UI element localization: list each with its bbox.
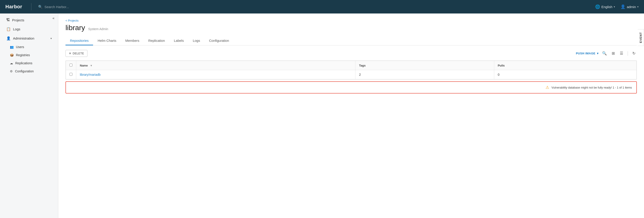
tab-replication[interactable]: Replication: [144, 36, 169, 45]
delete-label: DELETE: [73, 52, 84, 55]
main-content: < Projects library System Admin Reposito…: [58, 14, 644, 218]
tab-logs[interactable]: Logs: [188, 36, 205, 45]
sidebar-item-administration[interactable]: 👤 Administration ▾: [2, 34, 56, 43]
sidebar-users-label: Users: [16, 45, 24, 49]
grid-view-button[interactable]: ⊞: [610, 50, 616, 57]
repositories-table-container: Name ▼ Tags Pulls: [66, 60, 637, 80]
table-row: library/mariadb 2 0: [66, 70, 636, 79]
sidebar-item-registries[interactable]: 📦 Registries: [6, 51, 56, 59]
repo-pulls-cell: 0: [494, 70, 636, 79]
event-tab[interactable]: EVENT: [638, 29, 644, 46]
repo-tags-cell: 2: [356, 70, 494, 79]
name-column-label: Name: [80, 64, 88, 67]
projects-icon: 🏗: [6, 18, 10, 22]
tab-repositories[interactable]: Repositories: [66, 36, 93, 45]
nav-right: 🌐 English ▾ 👤 admin ▾: [595, 4, 638, 9]
page-title: library: [66, 24, 85, 32]
table-footer-warning: ⚠ Vulnerability database might not be fu…: [66, 81, 637, 93]
search-input[interactable]: [44, 5, 150, 9]
sidebar-item-configuration[interactable]: ⚙ Configuration: [6, 67, 56, 75]
users-icon: 👥: [10, 45, 14, 49]
top-navbar: Harbor 🔍 🌐 English ▾ 👤 admin ▾: [0, 0, 644, 14]
sidebar-item-replications[interactable]: ☁ Replications: [6, 59, 56, 67]
sidebar-replications-label: Replications: [15, 61, 32, 65]
warning-triangle-icon: ⚠: [546, 85, 549, 90]
delete-icon: ✕: [69, 52, 71, 55]
tab-labels[interactable]: Labels: [169, 36, 188, 45]
user-menu[interactable]: 👤 admin ▾: [620, 4, 638, 9]
sidebar-item-logs[interactable]: 📋 Logs: [2, 25, 56, 34]
row-checkbox-cell: [66, 70, 76, 79]
administration-sub-menu: 👥 Users 📦 Registries ☁ Replications ⚙ Co…: [0, 43, 58, 75]
name-sort-icon: ▼: [90, 64, 92, 67]
sidebar-collapse-button[interactable]: «: [52, 16, 54, 20]
repositories-toolbar: ✕ DELETE PUSH IMAGE ▾ 🔍 ⊞ ☰ ↻: [66, 50, 637, 57]
configuration-icon: ⚙: [10, 69, 13, 73]
sidebar: « 🏗 Projects 📋 Logs 👤 Administration ▾ 👥…: [0, 14, 58, 218]
search-bar: 🔍: [38, 5, 150, 9]
tags-column-label: Tags: [359, 64, 366, 67]
vulnerability-warning-text: Vulnerability database might not be full…: [552, 86, 632, 89]
table-header-row: Name ▼ Tags Pulls: [66, 61, 636, 70]
select-all-checkbox[interactable]: [70, 64, 72, 66]
administration-chevron-icon: ▾: [50, 37, 52, 40]
user-label: admin: [627, 5, 636, 9]
name-column-header[interactable]: Name ▼: [76, 61, 356, 70]
push-image-chevron-icon: ▾: [597, 52, 599, 55]
app-brand: Harbor: [6, 4, 22, 10]
sidebar-item-logs-label: Logs: [13, 27, 20, 31]
repositories-table: Name ▼ Tags Pulls: [66, 61, 636, 79]
main-layout: « 🏗 Projects 📋 Logs 👤 Administration ▾ 👥…: [0, 14, 644, 218]
user-icon: 👤: [620, 4, 626, 9]
language-label: English: [602, 5, 612, 9]
language-selector[interactable]: 🌐 English ▾: [595, 4, 615, 9]
sidebar-item-users[interactable]: 👥 Users: [6, 43, 56, 51]
registries-icon: 📦: [10, 53, 14, 57]
push-image-label: PUSH IMAGE: [576, 52, 595, 55]
replications-icon: ☁: [10, 61, 13, 65]
search-icon: 🔍: [38, 5, 42, 9]
delete-button[interactable]: ✕ DELETE: [66, 50, 88, 57]
tab-members[interactable]: Members: [121, 36, 144, 45]
sidebar-item-projects-label: Projects: [12, 18, 24, 22]
row-checkbox[interactable]: [70, 73, 72, 76]
breadcrumb[interactable]: < Projects: [66, 19, 637, 22]
sidebar-item-projects[interactable]: 🏗 Projects: [2, 16, 56, 24]
repo-name-link[interactable]: library/mariadb: [80, 73, 101, 76]
search-repositories-button[interactable]: 🔍: [601, 50, 608, 57]
repositories-table-body: library/mariadb 2 0: [66, 70, 636, 79]
user-chevron-icon: ▾: [637, 6, 638, 8]
sidebar-administration-label: Administration: [13, 36, 34, 40]
sidebar-configuration-label: Configuration: [15, 69, 34, 73]
nav-divider: [31, 3, 32, 10]
toolbar-right: PUSH IMAGE ▾ 🔍 ⊞ ☰ ↻: [576, 50, 637, 57]
language-chevron-icon: ▾: [614, 6, 615, 8]
repo-name-cell: library/mariadb: [76, 70, 356, 79]
administration-icon: 👤: [6, 36, 11, 40]
pulls-column-header: Pulls: [494, 61, 636, 70]
project-tabs: Repositories Helm Charts Members Replica…: [66, 36, 637, 45]
push-image-button[interactable]: PUSH IMAGE ▾: [576, 52, 598, 55]
tab-configuration[interactable]: Configuration: [204, 36, 234, 45]
page-header: library System Admin: [66, 24, 637, 32]
list-view-button[interactable]: ☰: [618, 50, 624, 57]
sidebar-registries-label: Registries: [16, 53, 30, 57]
logs-icon: 📋: [6, 27, 11, 31]
refresh-button[interactable]: ↻: [631, 50, 637, 57]
select-all-column: [66, 61, 76, 70]
tab-helm-charts[interactable]: Helm Charts: [93, 36, 121, 45]
page-subtitle: System Admin: [88, 27, 108, 31]
globe-icon: 🌐: [595, 4, 600, 9]
pulls-column-label: Pulls: [498, 64, 505, 67]
tags-column-header: Tags: [356, 61, 494, 70]
